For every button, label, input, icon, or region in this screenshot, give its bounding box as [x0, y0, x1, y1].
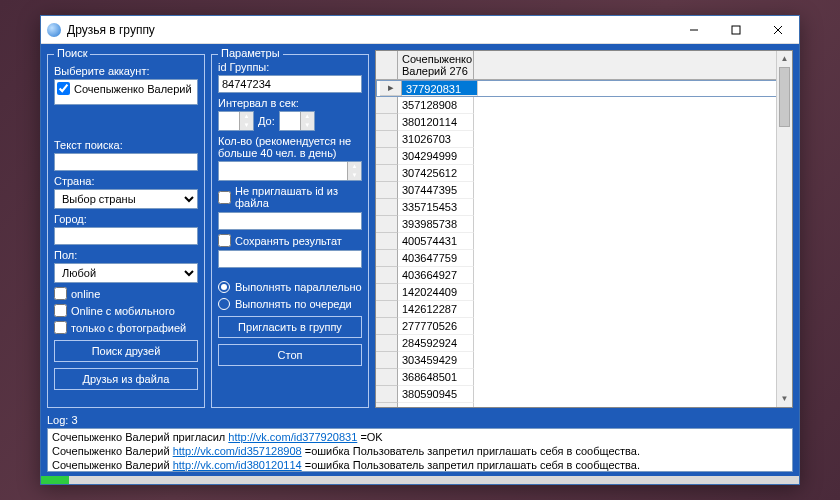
log-link[interactable]: http://vk.com/id377920831	[228, 431, 357, 443]
online-checkbox[interactable]	[54, 287, 67, 300]
table-row[interactable]: 142024409	[376, 284, 792, 301]
table-row[interactable]: 307425612	[376, 165, 792, 182]
exclude-checkbox[interactable]	[218, 191, 231, 204]
friends-from-file-button[interactable]: Друзья из файла	[54, 368, 198, 390]
data-grid[interactable]: Сочепыженко Валерий 276 ▸377920831357128…	[375, 50, 793, 408]
city-label: Город:	[54, 213, 198, 225]
scroll-down-icon[interactable]: ▼	[777, 391, 792, 407]
city-input[interactable]	[54, 227, 198, 245]
table-row[interactable]: 380590945	[376, 386, 792, 403]
scroll-thumb[interactable]	[779, 67, 790, 127]
queue-radio-row[interactable]: Выполнять по очереди	[218, 298, 362, 310]
table-row[interactable]: 393985738	[376, 216, 792, 233]
svg-rect-1	[732, 26, 740, 34]
parallel-radio-row[interactable]: Выполнять параллельно	[218, 281, 362, 293]
window-title: Друзья в группу	[67, 23, 673, 37]
photo-checkbox-row[interactable]: только с фотографией	[54, 321, 198, 334]
table-row[interactable]: 142612287	[376, 301, 792, 318]
table-row[interactable]: 368648501	[376, 369, 792, 386]
sex-label: Пол:	[54, 249, 198, 261]
sex-select[interactable]: Любой	[54, 263, 198, 283]
log-line: Сочепыженко Валерий пригласил http://vk.…	[52, 431, 788, 445]
country-select[interactable]: Выбор страны	[54, 189, 198, 209]
table-row[interactable]: 284592924	[376, 335, 792, 352]
table-row[interactable]: 304294999	[376, 148, 792, 165]
parallel-radio[interactable]	[218, 281, 230, 293]
grid-scrollbar[interactable]: ▲ ▼	[776, 51, 792, 407]
app-window: Друзья в группу Поиск Выберите аккаунт: …	[40, 15, 800, 485]
log-link[interactable]: http://vk.com/id380120114	[173, 459, 302, 471]
table-row[interactable]: 335715453	[376, 199, 792, 216]
table-row[interactable]: 307447395	[376, 182, 792, 199]
status-progress	[41, 476, 69, 484]
interval-to-label: До:	[258, 115, 275, 127]
account-label: Выберите аккаунт:	[54, 65, 198, 77]
log-link[interactable]: http://vk.com/id357128908	[173, 445, 302, 457]
grid-header: Сочепыженко Валерий 276	[376, 51, 792, 80]
params-group: Параметры id Группы: Интервал в сек: 5▲▼…	[211, 54, 369, 408]
search-friends-button[interactable]: Поиск друзей	[54, 340, 198, 362]
status-bar	[41, 476, 799, 484]
scroll-up-icon[interactable]: ▲	[777, 51, 792, 67]
account-item: Сочепыженко Валерий	[74, 83, 192, 95]
interval-to-stepper[interactable]: 10▲▼	[279, 111, 315, 131]
table-row[interactable]: 400574431	[376, 233, 792, 250]
grid-body[interactable]: ▸377920831357128908380120114310267033042…	[376, 80, 792, 407]
gid-label: id Группы:	[218, 61, 362, 73]
stop-button[interactable]: Стоп	[218, 344, 362, 366]
log-textbox[interactable]: Сочепыженко Валерий пригласил http://vk.…	[47, 428, 793, 472]
params-legend: Параметры	[218, 47, 283, 59]
save-checkbox-row[interactable]: Сохранять результат	[218, 234, 362, 247]
titlebar[interactable]: Друзья в группу	[41, 16, 799, 44]
content-area: Поиск Выберите аккаунт: Сочепыженко Вале…	[41, 44, 799, 414]
photo-checkbox[interactable]	[54, 321, 67, 334]
exclude-checkbox-row[interactable]: Не приглашать id из файла	[218, 185, 362, 209]
log-line: Сочепыженко Валерий http://vk.com/id3801…	[52, 459, 788, 473]
online-checkbox-row[interactable]: online	[54, 287, 198, 300]
table-row[interactable]: 303459429	[376, 352, 792, 369]
grid-col-header[interactable]: Сочепыженко Валерий 276	[398, 51, 474, 79]
table-row[interactable]: 357128908	[376, 97, 792, 114]
country-label: Страна:	[54, 175, 198, 187]
app-icon	[47, 23, 61, 37]
interval-label: Интервал в сек:	[218, 97, 362, 109]
table-row[interactable]: ▸377920831	[376, 80, 792, 97]
gid-input[interactable]	[218, 75, 362, 93]
table-row[interactable]: 13368986	[376, 403, 792, 407]
invite-button[interactable]: Пригласить в группу	[218, 316, 362, 338]
count-stepper[interactable]: 40▲▼	[218, 161, 362, 181]
table-row[interactable]: 31026703	[376, 131, 792, 148]
minimize-button[interactable]	[673, 16, 715, 44]
queue-radio[interactable]	[218, 298, 230, 310]
table-row[interactable]: 403664927	[376, 267, 792, 284]
interval-from-stepper[interactable]: 5▲▼	[218, 111, 254, 131]
save-checkbox[interactable]	[218, 234, 231, 247]
mobile-checkbox[interactable]	[54, 304, 67, 317]
search-text-label: Текст поиска:	[54, 139, 198, 151]
count-label: Кол-во (рекомендуется не больше 40 чел. …	[218, 135, 362, 159]
search-group: Поиск Выберите аккаунт: Сочепыженко Вале…	[47, 54, 205, 408]
search-legend: Поиск	[54, 47, 90, 59]
account-checkbox[interactable]	[57, 82, 70, 95]
grid-corner	[376, 51, 398, 79]
account-listbox[interactable]: Сочепыженко Валерий	[54, 79, 198, 105]
search-text-input[interactable]	[54, 153, 198, 171]
save-file-input[interactable]	[218, 250, 362, 268]
exclude-file-input[interactable]	[218, 212, 362, 230]
log-line: Сочепыженко Валерий http://vk.com/id3571…	[52, 445, 788, 459]
mobile-checkbox-row[interactable]: Online с мобильного	[54, 304, 198, 317]
table-row[interactable]: 403647759	[376, 250, 792, 267]
table-row[interactable]: 380120114	[376, 114, 792, 131]
table-row[interactable]: 277770526	[376, 318, 792, 335]
log-section: Log: 3 Сочепыженко Валерий пригласил htt…	[41, 414, 799, 476]
maximize-button[interactable]	[715, 16, 757, 44]
close-button[interactable]	[757, 16, 799, 44]
log-label: Log: 3	[47, 414, 793, 426]
